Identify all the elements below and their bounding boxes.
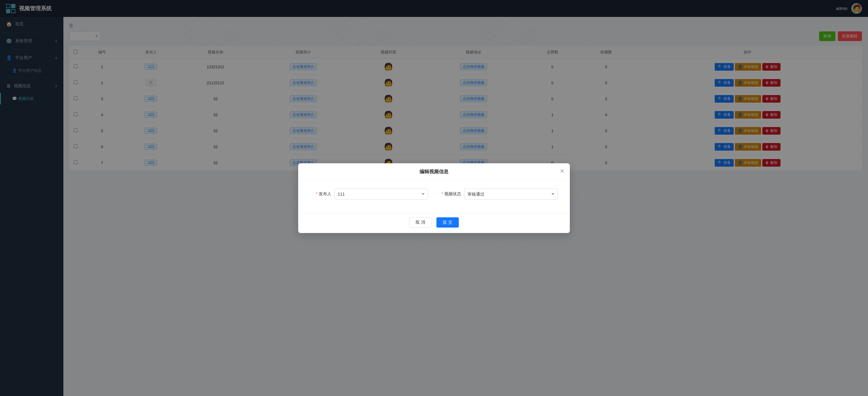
modal-body: 发布人 111 无 123 视频状态 审核通过 审核不通过 待审核 bbox=[298, 180, 570, 213]
publisher-field: 发布人 111 无 123 bbox=[310, 189, 428, 200]
cancel-button[interactable]: 取 消 bbox=[409, 217, 432, 227]
modal-title: 编辑视频信息 bbox=[420, 169, 448, 175]
submit-button[interactable]: 提 交 bbox=[436, 217, 459, 227]
modal-footer: 取 消 提 交 bbox=[298, 213, 570, 233]
form-row-1: 发布人 111 无 123 视频状态 审核通过 审核不通过 待审核 bbox=[310, 189, 558, 200]
modal-overlay[interactable]: 编辑视频信息 ✕ 发布人 111 无 123 视频状态 审核通 bbox=[0, 0, 868, 396]
modal-header: 编辑视频信息 ✕ bbox=[298, 163, 570, 180]
publisher-select[interactable]: 111 无 123 bbox=[334, 189, 428, 200]
status-select[interactable]: 审核通过 审核不通过 待审核 bbox=[464, 189, 558, 200]
status-label: 视频状态 bbox=[440, 191, 461, 197]
modal-close-button[interactable]: ✕ bbox=[560, 169, 564, 174]
status-field: 视频状态 审核通过 审核不通过 待审核 bbox=[440, 189, 558, 200]
publisher-label: 发布人 bbox=[310, 191, 331, 197]
edit-modal: 编辑视频信息 ✕ 发布人 111 无 123 视频状态 审核通 bbox=[298, 163, 570, 233]
